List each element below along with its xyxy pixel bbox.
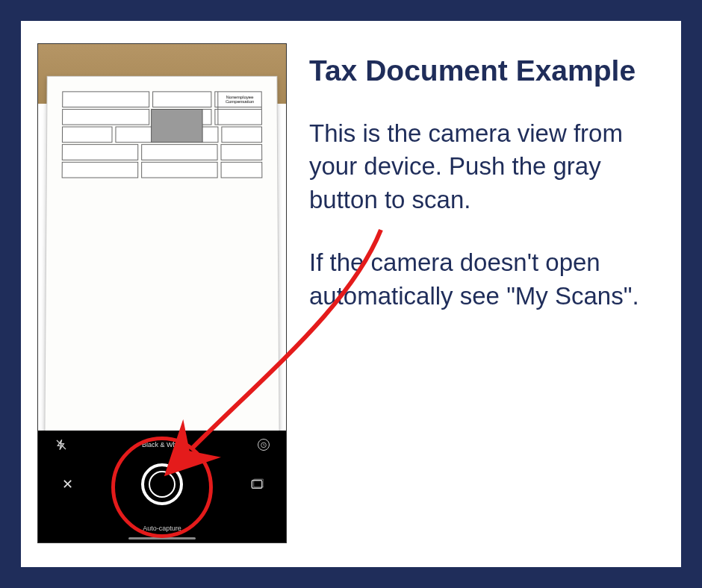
- timer-icon[interactable]: [258, 439, 270, 451]
- screenshot-column: Nonemployee Compensation Bla: [37, 43, 287, 545]
- gallery-icon[interactable]: [250, 478, 264, 491]
- form-title-box: Nonemployee Compensation: [217, 91, 262, 125]
- instruction-card: Nonemployee Compensation Bla: [21, 21, 681, 567]
- instruction-paragraph-1: This is the camera view from your device…: [309, 117, 651, 217]
- home-indicator: [128, 537, 196, 539]
- shutter-inner: [149, 471, 176, 498]
- capture-mode-label[interactable]: Black & White: [142, 441, 184, 448]
- text-column: Tax Document Example This is the camera …: [309, 43, 651, 545]
- toolbar-mid-row: ✕: [38, 463, 286, 505]
- flash-off-icon[interactable]: [55, 438, 68, 451]
- close-icon[interactable]: ✕: [60, 478, 74, 491]
- shutter-button[interactable]: [141, 463, 183, 505]
- form-title-text: Nonemployee Compensation: [226, 95, 254, 104]
- auto-capture-label[interactable]: Auto-capture: [38, 525, 286, 532]
- instruction-paragraph-2: If the camera doesn't open automatically…: [309, 246, 651, 313]
- camera-toolbar: Black & White ✕ Auto-c: [38, 431, 286, 542]
- form-shaded-box: [151, 109, 203, 143]
- tax-form-layout: Nonemployee Compensation: [62, 91, 263, 187]
- instruction-card-frame: Nonemployee Compensation Bla: [0, 0, 702, 588]
- toolbar-top-row: Black & White: [38, 438, 286, 451]
- phone-screenshot: Nonemployee Compensation Bla: [37, 43, 287, 543]
- card-title: Tax Document Example: [309, 54, 651, 89]
- tax-document-paper: Nonemployee Compensation: [44, 76, 279, 448]
